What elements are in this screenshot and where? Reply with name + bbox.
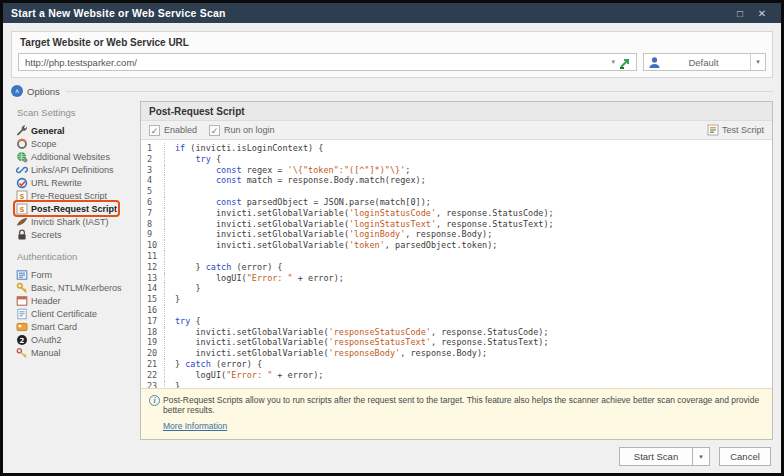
close-icon[interactable]: ✕: [751, 8, 773, 19]
code-text: const parsedObject = JSON.parse(match[0]…: [165, 197, 431, 208]
run-on-login-checkbox[interactable]: ✓ Run on login: [209, 125, 275, 136]
sidebar-item-manual[interactable]: Manual: [15, 346, 137, 359]
certificate-icon: [15, 308, 28, 320]
line-number: 11: [141, 251, 165, 262]
sidebar-item-label: Links/API Definitions: [31, 165, 114, 175]
chevron-up-circle-icon: ˄: [11, 85, 23, 97]
url-dropdown-caret-icon[interactable]: ▾: [608, 58, 618, 66]
code-line: 20 invicti.setGlobalVariable('responseBo…: [141, 348, 772, 359]
checkbox-check-icon: ✓: [209, 125, 220, 136]
line-number: 14: [141, 283, 165, 294]
sidebar-item-label: Scope: [31, 139, 57, 149]
sidebar-item-invicti-shark-iast[interactable]: Invicti Shark (IAST): [15, 215, 137, 228]
code-line: 14 }: [141, 283, 772, 294]
svg-text:s: s: [19, 192, 24, 201]
code-line: 11: [141, 251, 772, 262]
sidebar-item-form[interactable]: Form: [15, 268, 137, 281]
sidebar-item-general[interactable]: General: [15, 124, 137, 137]
code-text: [165, 305, 175, 316]
more-information-link[interactable]: More Information: [163, 421, 227, 431]
sidebar-item-secrets[interactable]: Secrets: [15, 228, 137, 241]
code-text: try {: [165, 154, 221, 165]
scan-dialog-window: Start a New Website or Web Service Scan …: [0, 0, 784, 476]
line-number: 6: [141, 197, 165, 208]
options-toggle[interactable]: ˄ Options: [11, 85, 773, 97]
start-scan-button[interactable]: Start Scan: [619, 447, 693, 466]
sidebar-item-pre-request-script[interactable]: sPre-Request Script: [15, 189, 137, 202]
enabled-checkbox[interactable]: ✓ Enabled: [149, 125, 197, 136]
line-number: 17: [141, 316, 165, 327]
sidebar-item-label: General: [31, 126, 65, 136]
code-line: 4 const match = response.Body.match(rege…: [141, 175, 772, 186]
checkbox-check-icon: ✓: [149, 125, 160, 136]
code-line: 12 } catch (error) {: [141, 262, 772, 273]
sidebar-item-scope[interactable]: Scope: [15, 137, 137, 150]
sidebar-item-links-api-definitions[interactable]: Links/API Definitions: [15, 163, 137, 176]
code-line: 19 invicti.setGlobalVariable('responseSt…: [141, 337, 772, 348]
settings-sidebar: Scan SettingsGeneralScopeAdditional Webs…: [11, 101, 137, 444]
shark-icon: [15, 216, 28, 228]
sidebar-item-label: Header: [31, 296, 61, 306]
code-line: 6 const parsedObject = JSON.parse(match[…: [141, 197, 772, 208]
sidebar-item-label: Form: [31, 270, 52, 280]
code-text: const regex = '\{"token":"([^"]*)"\}';: [165, 165, 410, 176]
sidebar-item-label: Client Certificate: [31, 309, 97, 319]
code-line: 16: [141, 305, 772, 316]
sidebar-item-smart-card[interactable]: Smart Card: [15, 320, 137, 333]
line-number: 4: [141, 175, 165, 186]
test-script-button-label: Test Script: [722, 125, 764, 135]
sidebar-item-post-request-script[interactable]: sPost-Request Script: [15, 202, 118, 215]
svg-text:2: 2: [19, 336, 24, 344]
code-text: try {: [165, 316, 201, 327]
code-text: }: [165, 283, 201, 294]
code-text: logUI("Error: " + error);: [165, 370, 323, 381]
sidebar-item-url-rewrite[interactable]: URL Rewrite: [15, 176, 137, 189]
key-icon: [15, 282, 28, 294]
code-text: invicti.setGlobalVariable('responseStatu…: [165, 327, 549, 338]
launch-icon[interactable]: [618, 56, 632, 69]
sidebar-item-label: Additional Websites: [31, 152, 110, 162]
line-number: 15: [141, 294, 165, 305]
profile-dropdown-caret-icon[interactable]: ▾: [750, 54, 765, 70]
line-number: 5: [141, 186, 165, 197]
code-text: }: [165, 294, 180, 305]
sidebar-item-client-certificate[interactable]: Client Certificate: [15, 307, 137, 320]
code-text: invicti.setGlobalVariable('loginBody', r…: [165, 229, 492, 240]
target-url-input[interactable]: http://php.testsparker.com/ ▾: [18, 53, 637, 71]
cancel-button[interactable]: Cancel: [719, 447, 771, 466]
line-number: 22: [141, 370, 165, 381]
sidebar-item-oauth2[interactable]: 2OAuth2: [15, 333, 137, 346]
header-icon: [15, 295, 28, 307]
options-label: Options: [27, 86, 60, 97]
enabled-checkbox-label: Enabled: [164, 125, 197, 135]
options-divider: [66, 91, 773, 92]
code-line: 1if (invicti.isLoginContext) {: [141, 143, 772, 154]
test-script-icon: [707, 124, 719, 136]
svg-text:s: s: [19, 205, 24, 214]
maximize-icon[interactable]: □: [729, 8, 751, 19]
code-text: invicti.setGlobalVariable('loginStatusCo…: [165, 208, 554, 219]
code-text: invicti.setGlobalVariable('responseStatu…: [165, 337, 549, 348]
code-line: 22 logUI("Error: " + error);: [141, 370, 772, 381]
post-request-script-panel: Post-Request Script ✓ Enabled ✓ Run on l…: [140, 101, 773, 440]
line-number: 16: [141, 305, 165, 316]
sidebar-item-header[interactable]: Header: [15, 294, 137, 307]
sidebar-item-label: Smart Card: [31, 322, 77, 332]
sidebar-item-label: URL Rewrite: [31, 178, 82, 188]
url-rewrite-icon: [15, 177, 28, 189]
code-text: invicti.setGlobalVariable('responseBody'…: [165, 348, 487, 359]
sidebar-item-basic-ntlm-kerberos[interactable]: Basic, NTLM/Kerberos: [15, 281, 137, 294]
sidebar-item-additional-websites[interactable]: Additional Websites: [15, 150, 137, 163]
sidebar-item-label: Secrets: [31, 230, 62, 240]
sidebar-item-label: Pre-Request Script: [31, 191, 107, 201]
code-text: [165, 186, 175, 197]
line-number: 18: [141, 327, 165, 338]
code-line: 13 logUI("Error: " + error);: [141, 273, 772, 284]
scan-profile-select[interactable]: Default ▾: [643, 53, 766, 71]
script-code-editor[interactable]: 1if (invicti.isLoginContext) {2 try {3 c…: [141, 140, 772, 388]
start-scan-dropdown-caret-icon[interactable]: ▾: [693, 447, 710, 466]
test-script-button[interactable]: Test Script: [707, 124, 764, 136]
person-icon: [648, 56, 661, 69]
code-text: logUI("Error: " + error);: [165, 273, 344, 284]
card-icon: [15, 321, 28, 333]
